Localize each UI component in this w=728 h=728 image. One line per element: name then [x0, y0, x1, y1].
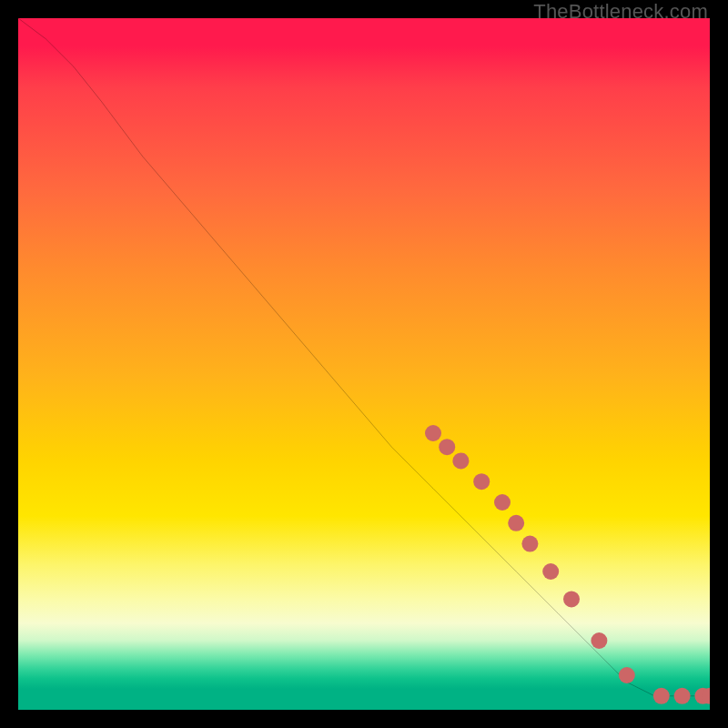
marker-point: [521, 536, 538, 552]
marker-point: [473, 473, 490, 490]
marker-point: [653, 688, 670, 704]
marker-point: [508, 515, 524, 531]
highlighted-points: [425, 425, 710, 704]
marker-point: [619, 667, 635, 683]
bottleneck-curve: [18, 18, 710, 696]
marker-point: [591, 632, 607, 649]
marker-point: [542, 563, 559, 580]
marker-point: [674, 688, 691, 704]
marker-point: [563, 591, 580, 607]
marker-point: [439, 439, 455, 455]
plot-area: [18, 18, 710, 710]
watermark-text: TheBottleneck.com: [533, 0, 708, 24]
marker-point: [452, 452, 469, 469]
curve-layer: [18, 18, 710, 710]
marker-point: [494, 494, 511, 511]
marker-point: [425, 425, 441, 441]
chart-stage: TheBottleneck.com: [0, 0, 728, 728]
